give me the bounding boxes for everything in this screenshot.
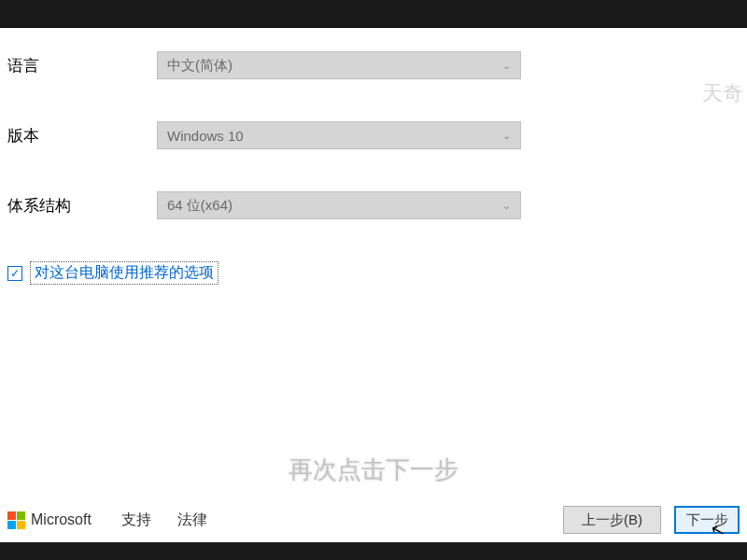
recommended-checkbox-row: ✓ 对这台电脑使用推荐的选项 <box>7 261 747 285</box>
architecture-dropdown[interactable]: 64 位(x64) ⌄ <box>157 191 521 219</box>
footer-buttons: 上一步(B) 下一步 <box>563 506 740 534</box>
watermark-text: 天奇 <box>702 79 743 107</box>
language-dropdown[interactable]: 中文(简体) ⌄ <box>157 51 521 79</box>
chevron-down-icon: ⌄ <box>502 130 511 142</box>
microsoft-logo: Microsoft <box>7 511 92 529</box>
microsoft-icon <box>7 511 25 529</box>
back-button[interactable]: 上一步(B) <box>563 506 661 534</box>
architecture-value: 64 位(x64) <box>167 197 233 215</box>
language-label: 语言 <box>7 55 157 77</box>
next-button[interactable]: 下一步 <box>674 506 740 534</box>
architecture-label: 体系结构 <box>7 195 157 217</box>
chevron-down-icon: ⌄ <box>502 60 511 72</box>
architecture-row: 体系结构 64 位(x64) ⌄ <box>7 191 747 219</box>
recommended-checkbox-label: 对这台电脑使用推荐的选项 <box>30 261 218 285</box>
edition-value: Windows 10 <box>167 128 244 144</box>
recommended-checkbox[interactable]: ✓ <box>7 266 22 281</box>
subtitle-caption: 再次点击下一步 <box>289 454 458 486</box>
footer-bar: Microsoft 支持 法律 上一步(B) 下一步 <box>0 497 747 542</box>
support-link[interactable]: 支持 <box>121 511 151 530</box>
check-icon: ✓ <box>10 268 20 279</box>
language-value: 中文(简体) <box>167 57 233 75</box>
edition-row: 版本 Windows 10 ⌄ <box>7 121 747 149</box>
form-content: 语言 中文(简体) ⌄ 版本 Windows 10 ⌄ 体系结构 64 位(x6… <box>0 28 747 285</box>
edition-label: 版本 <box>7 125 157 147</box>
edition-dropdown[interactable]: Windows 10 ⌄ <box>157 121 521 149</box>
language-row: 语言 中文(简体) ⌄ <box>7 51 747 79</box>
chevron-down-icon: ⌄ <box>502 200 511 212</box>
microsoft-brand-text: Microsoft <box>31 511 92 528</box>
footer-links: 支持 法律 <box>121 511 207 530</box>
setup-window: 天奇 语言 中文(简体) ⌄ 版本 Windows 10 ⌄ 体系结构 64 位… <box>0 28 747 542</box>
legal-link[interactable]: 法律 <box>177 511 207 530</box>
